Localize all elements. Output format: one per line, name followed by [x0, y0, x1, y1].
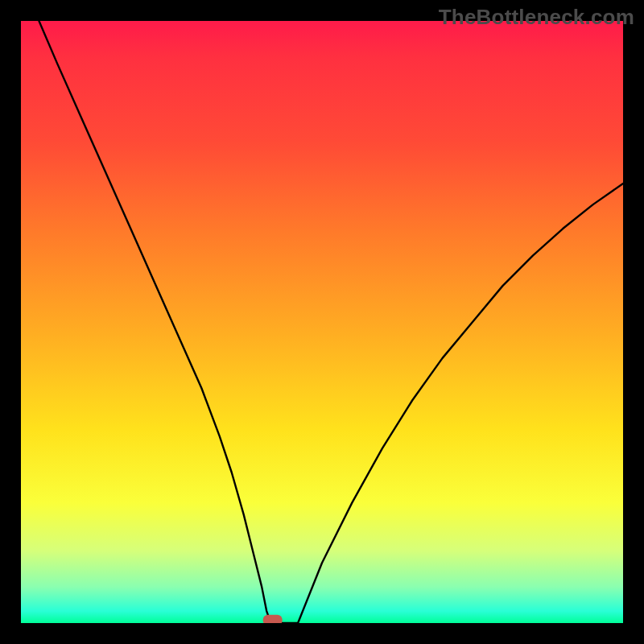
chart-frame: TheBottleneck.com	[0, 0, 644, 644]
bottleneck-curve	[39, 21, 623, 623]
watermark-text: TheBottleneck.com	[439, 5, 634, 30]
plot-area	[21, 21, 623, 623]
curve-plot	[21, 21, 623, 623]
optimum-marker	[263, 615, 283, 623]
